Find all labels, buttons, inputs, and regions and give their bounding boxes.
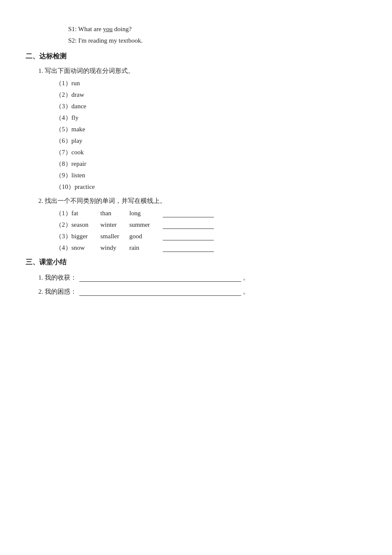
dialogue-line-s2: S2: I'm reading my textbook.: [68, 37, 358, 44]
part2-item: （4）snowwindyrain: [55, 244, 358, 252]
part1-item: （5）make: [55, 125, 358, 133]
part1-section: 1. 写出下面动词的现在分词形式。 （1）run（2）draw（3）dance（…: [38, 67, 358, 191]
part1-item: （2）draw: [55, 91, 358, 99]
part1-list: （1）run（2）draw（3）dance（4）fly（5）make（6）pla…: [55, 79, 358, 191]
part1-item: （10）practice: [55, 183, 358, 191]
part1-item: （3）dance: [55, 102, 358, 110]
part1-item: （6）play: [55, 137, 358, 145]
s1-end: doing?: [112, 26, 132, 32]
summary-item-2: 2. 我的困惑： 。: [38, 288, 358, 296]
part2-instruction: 2. 找出一个不同类别的单词，并写在横线上。: [38, 197, 358, 205]
part2-section: 2. 找出一个不同类别的单词，并写在横线上。 （1）fatthanlong（2）…: [38, 197, 358, 252]
part1-item: （1）run: [55, 79, 358, 87]
part1-item: （4）fly: [55, 114, 358, 122]
part2-item: （1）fatthanlong: [55, 209, 358, 217]
part2-item: （2）seasonwintersummer: [55, 221, 358, 229]
dialogue-section: S1: What are you doing? S2: I'm reading …: [68, 26, 358, 44]
part1-instruction: 1. 写出下面动词的现在分词形式。: [38, 67, 358, 75]
s1-you: you: [103, 26, 113, 32]
part1-item: （9）listen: [55, 171, 358, 179]
summary-label-1: 1. 我的收获：: [38, 274, 77, 282]
part2-item: （3）biggersmallergood: [55, 232, 358, 240]
summary-item-1: 1. 我的收获： 。: [38, 274, 358, 282]
summary-fill-2: [79, 289, 241, 296]
summary-fill-1: [79, 275, 241, 282]
part1-item: （7）cook: [55, 148, 358, 156]
summary-label-2: 2. 我的困惑：: [38, 288, 77, 296]
section3-title: 三、课堂小结: [26, 258, 358, 267]
dialogue-line-s1: S1: What are you doing?: [68, 26, 358, 33]
s2-text: S2: I'm reading my textbook.: [68, 37, 143, 44]
s1-text: S1: What are: [68, 26, 103, 32]
summary-section: 1. 我的收获： 。 2. 我的困惑： 。: [38, 274, 358, 296]
part2-list: （1）fatthanlong（2）seasonwintersummer（3）bi…: [55, 209, 358, 252]
part1-item: （8）repair: [55, 160, 358, 168]
section2-title: 二、达标检测: [26, 52, 358, 61]
